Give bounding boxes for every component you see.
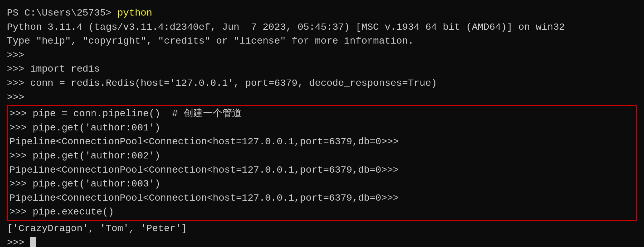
pipe-create-line: >>> pipe = conn.pipeline() # 创建一个管道 [8, 107, 636, 121]
python-version-text: Python 3.11.4 (tags/v3.11.4:d2340ef, Jun… [7, 22, 565, 33]
prompt-text2: >>> [7, 92, 24, 103]
ps-prompt-line: PS C:\Users\25735> python [7, 6, 637, 20]
execute-result-text: ['CrazyDragon', 'Tom', 'Peter'] [7, 223, 187, 234]
pipeline-result-002-text: Pipeline<ConnectionPool<Connection<host=… [9, 165, 399, 175]
pipeline-result-003-text: Pipeline<ConnectionPool<Connection<host=… [9, 193, 399, 203]
pipe-get-003-line: >>> pipe.get('author:003') [8, 177, 636, 191]
pipe-get-002-text: >>> pipe.get('author:002') [9, 150, 160, 161]
pipe-create-text: >>> pipe = conn.pipeline() # 创建一个管道 [9, 108, 242, 119]
import-redis-line: >>> import redis [7, 62, 637, 76]
pipeline-result-001-text: Pipeline<ConnectionPool<Connection<host=… [9, 136, 399, 147]
terminal-window: PS C:\Users\25735> python Python 3.11.4 … [7, 6, 637, 241]
prompt-text1: >>> [7, 50, 24, 61]
highlighted-code-block: >>> pipe = conn.pipeline() # 创建一个管道 >>> … [7, 105, 637, 221]
import-redis-text: >>> import redis [7, 64, 100, 74]
final-prompt-text: >>> [7, 237, 30, 247]
pipe-execute-text: >>> pipe.execute() [9, 207, 114, 217]
python-keyword: python [117, 8, 152, 18]
pipeline-result-003-line: Pipeline<ConnectionPool<Connection<host=… [8, 191, 636, 205]
pipe-get-003-text: >>> pipe.get('author:003') [9, 179, 160, 189]
pipe-get-001-line: >>> pipe.get('author:001') [8, 121, 636, 135]
conn-text: >>> conn = redis.Redis(host='127.0.0.1',… [7, 78, 437, 89]
ps-prompt-text: PS C:\Users\25735> [7, 8, 117, 18]
empty-prompt-line2: >>> [7, 91, 637, 105]
final-prompt-line: >>> [7, 236, 637, 247]
pipeline-result-001-line: Pipeline<ConnectionPool<Connection<host=… [8, 135, 636, 149]
type-help-text: Type "help", "copyright", "credits" or "… [7, 36, 414, 46]
pipe-get-002-line: >>> pipe.get('author:002') [8, 149, 636, 163]
empty-prompt-line1: >>> [7, 48, 637, 63]
pipe-get-001-text: >>> pipe.get('author:001') [9, 122, 160, 133]
python-version-line: Python 3.11.4 (tags/v3.11.4:d2340ef, Jun… [7, 20, 637, 35]
execute-result-line: ['CrazyDragon', 'Tom', 'Peter'] [7, 222, 637, 236]
cursor [30, 237, 36, 247]
conn-line: >>> conn = redis.Redis(host='127.0.0.1',… [7, 76, 637, 91]
pipeline-result-002-line: Pipeline<ConnectionPool<Connection<host=… [8, 163, 636, 177]
pipe-execute-line: >>> pipe.execute() [8, 205, 636, 219]
type-help-line: Type "help", "copyright", "credits" or "… [7, 34, 637, 48]
